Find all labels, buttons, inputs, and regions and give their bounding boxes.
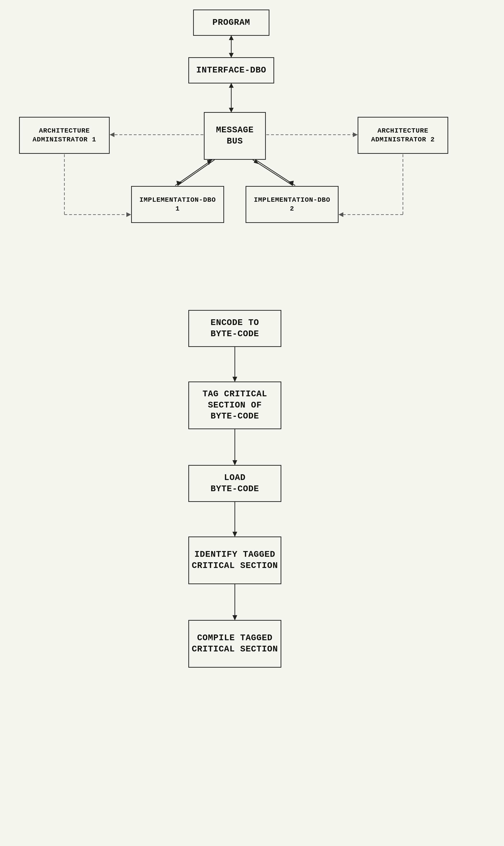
impl-dbo-1-box: IMPLEMENTATION-DBO 1 xyxy=(131,186,224,223)
impl-dbo-2-label: IMPLEMENTATION-DBO 2 xyxy=(254,196,330,213)
svg-marker-11 xyxy=(176,181,182,186)
svg-marker-17 xyxy=(254,159,259,164)
compile-tagged-label: COMPILE TAGGED CRITICAL SECTION xyxy=(192,633,278,655)
arch-admin-2-box: ARCHITECTURE ADMINISTRATOR 2 xyxy=(358,117,448,154)
svg-marker-9 xyxy=(353,132,358,137)
svg-line-16 xyxy=(256,160,295,185)
svg-marker-15 xyxy=(288,181,294,186)
svg-line-14 xyxy=(253,160,293,185)
message-bus-label: MESSAGE BUS xyxy=(216,125,254,147)
svg-marker-29 xyxy=(232,532,237,537)
interface-dbo-label: INTERFACE-DBO xyxy=(196,65,266,76)
svg-marker-27 xyxy=(232,460,237,465)
arch-admin-1-box: ARCHITECTURE ADMINISTRATOR 1 xyxy=(19,117,110,154)
tag-critical-label: TAG CRITICAL SECTION OF BYTE-CODE xyxy=(202,389,267,422)
impl-dbo-1-label: IMPLEMENTATION-DBO 1 xyxy=(140,196,216,213)
svg-marker-7 xyxy=(110,132,114,137)
svg-marker-4 xyxy=(229,108,234,112)
program-box: PROGRAM xyxy=(193,10,269,36)
message-bus-box: MESSAGE BUS xyxy=(204,112,266,160)
svg-line-12 xyxy=(175,160,212,185)
interface-dbo-box: INTERFACE-DBO xyxy=(188,57,274,84)
compile-tagged-box: COMPILE TAGGED CRITICAL SECTION xyxy=(188,620,281,668)
arch-admin-2-label: ARCHITECTURE ADMINISTRATOR 2 xyxy=(371,127,435,144)
svg-line-10 xyxy=(178,160,215,185)
encode-label: ENCODE TO BYTE-CODE xyxy=(211,317,259,340)
svg-marker-20 xyxy=(126,212,131,217)
load-bytecode-box: LOAD BYTE-CODE xyxy=(188,465,281,502)
svg-marker-5 xyxy=(229,83,234,88)
svg-marker-25 xyxy=(232,377,237,382)
impl-dbo-2-box: IMPLEMENTATION-DBO 2 xyxy=(246,186,339,223)
diagram-container: PROGRAM INTERFACE-DBO MESSAGE BUS ARCHIT… xyxy=(0,0,504,846)
identify-tagged-box: IDENTIFY TAGGED CRITICAL SECTION xyxy=(188,537,281,584)
program-label: PROGRAM xyxy=(212,17,250,29)
arch-admin-1-label: ARCHITECTURE ADMINISTRATOR 1 xyxy=(32,127,96,144)
identify-tagged-label: IDENTIFY TAGGED CRITICAL SECTION xyxy=(192,549,278,572)
svg-marker-13 xyxy=(207,159,212,165)
svg-marker-31 xyxy=(232,615,237,620)
load-bytecode-label: LOAD BYTE-CODE xyxy=(211,472,259,495)
svg-marker-23 xyxy=(339,212,343,217)
tag-critical-box: TAG CRITICAL SECTION OF BYTE-CODE xyxy=(188,381,281,429)
svg-marker-2 xyxy=(229,35,234,40)
encode-box: ENCODE TO BYTE-CODE xyxy=(188,310,281,347)
svg-marker-1 xyxy=(229,53,234,58)
